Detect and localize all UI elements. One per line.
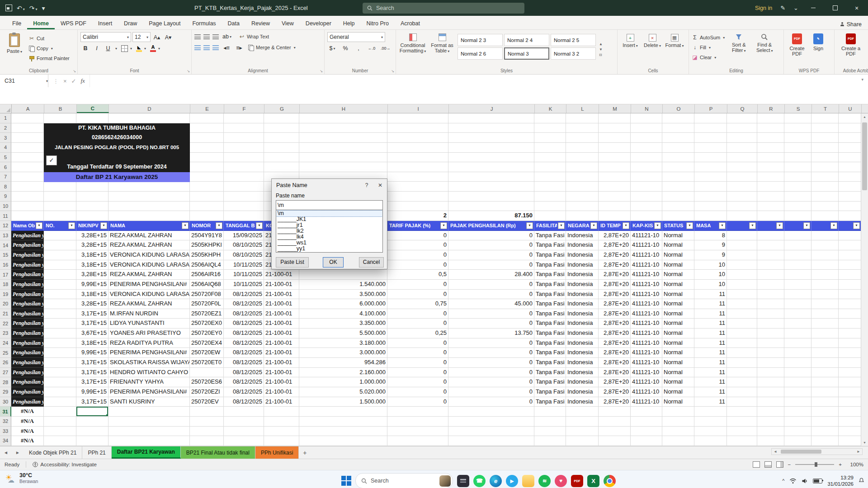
align-middle-icon[interactable] xyxy=(203,34,210,39)
cell-R23[interactable] xyxy=(757,328,784,338)
cell-M15[interactable]: 2,87E+20 xyxy=(599,250,631,260)
tab-help[interactable]: Help xyxy=(337,18,361,29)
cell-J27[interactable]: 0 xyxy=(448,368,534,378)
cell-J33[interactable] xyxy=(448,427,534,436)
tab-formulas[interactable]: Formulas xyxy=(186,18,222,29)
cell-Q33[interactable] xyxy=(727,427,757,436)
whatsapp-icon[interactable]: ☎ xyxy=(473,475,486,487)
cell-I6[interactable] xyxy=(387,162,448,172)
column-header-Q[interactable]: Q xyxy=(727,104,758,113)
cell-J34[interactable] xyxy=(448,436,534,446)
cell-A33[interactable]: #N/A xyxy=(11,427,44,436)
number-dialog-launcher[interactable]: ↘ xyxy=(391,69,394,73)
cell-R24[interactable] xyxy=(757,338,784,348)
cell-T25[interactable] xyxy=(811,348,839,358)
cell-F27[interactable]: 08/12/2025 xyxy=(224,368,264,378)
cell-U20[interactable] xyxy=(839,299,861,309)
select-all-corner[interactable] xyxy=(0,104,12,113)
cell-Q23[interactable] xyxy=(727,328,757,338)
cell-M10[interactable] xyxy=(599,202,631,211)
cell-O29[interactable]: Normal xyxy=(662,387,694,397)
cell-L13[interactable]: Indonesia xyxy=(566,231,599,241)
cell-J1[interactable] xyxy=(448,113,534,123)
cell-D15[interactable]: VERONICA KIDUNG LARASA xyxy=(108,250,190,260)
cell-B13[interactable] xyxy=(44,231,76,241)
cell-S15[interactable] xyxy=(784,250,811,260)
cell-A13[interactable]: Penghasilan yang diter xyxy=(11,231,44,241)
cell-O17[interactable]: Normal xyxy=(662,270,694,280)
cell-D31[interactable] xyxy=(108,407,190,417)
cell-B24[interactable] xyxy=(44,338,76,348)
cell-P31[interactable] xyxy=(694,407,727,417)
row-header-16[interactable]: 16 xyxy=(0,260,11,270)
cell-F17[interactable]: 10/11/2025 xyxy=(224,270,264,280)
cell-P17[interactable]: 10 xyxy=(694,270,727,280)
column-header-J[interactable]: J xyxy=(449,104,535,113)
cell-K11[interactable] xyxy=(534,211,566,221)
cell-K28[interactable]: Tanpa Fasi xyxy=(534,377,566,387)
cell-J16[interactable]: 0 xyxy=(448,260,534,270)
fill-color-icon[interactable]: ◣ xyxy=(136,45,142,52)
filter-dropdown-icon[interactable]: ▼ xyxy=(830,222,837,229)
expand-formula-bar-icon[interactable]: ▾ xyxy=(861,75,868,104)
cell-O25[interactable]: Normal xyxy=(662,348,694,358)
paste-name-input[interactable]: \m xyxy=(276,200,383,210)
cell-P8[interactable] xyxy=(694,182,727,192)
column-header-E[interactable]: E xyxy=(190,104,224,113)
cell-N21[interactable]: 411121-10 xyxy=(631,309,662,319)
font-color-icon[interactable]: A xyxy=(150,45,156,52)
cell-N31[interactable] xyxy=(631,407,662,417)
cell-P5[interactable] xyxy=(694,153,727,163)
clock[interactable]: 13:29 31/01/2026 xyxy=(827,474,854,487)
cell-O8[interactable] xyxy=(662,182,694,192)
cell-A19[interactable]: Penghasilan yang diter xyxy=(11,290,44,300)
cell-O7[interactable] xyxy=(662,172,694,182)
cell-I3[interactable] xyxy=(387,133,448,143)
cell-U3[interactable] xyxy=(839,133,861,143)
cell-B31[interactable] xyxy=(44,407,76,417)
cell-N26[interactable]: 411121-10 xyxy=(631,358,662,368)
cell-T23[interactable] xyxy=(811,328,839,338)
cell-U21[interactable] xyxy=(839,309,861,319)
cell-R13[interactable] xyxy=(757,231,784,241)
cell-M14[interactable]: 2,87E+20 xyxy=(599,240,631,250)
hscroll-left-icon[interactable]: ◄ xyxy=(772,450,779,454)
cell-G23[interactable]: 21-100-01 xyxy=(264,328,299,338)
cell-S11[interactable] xyxy=(784,211,811,221)
column-header-R[interactable]: R xyxy=(758,104,785,113)
cell-A12[interactable]: Nama Ob▼ xyxy=(11,221,44,231)
cell-C22[interactable]: 3,17E+15 xyxy=(76,319,108,328)
cell-S8[interactable] xyxy=(784,182,811,192)
cell-C34[interactable] xyxy=(76,436,108,446)
cell-L23[interactable]: Indonesia xyxy=(566,328,599,338)
filter-dropdown-icon[interactable]: ▼ xyxy=(719,222,726,229)
cell-Q9[interactable] xyxy=(727,192,757,202)
cell-L29[interactable]: Indonesia xyxy=(566,387,599,397)
cell-S13[interactable] xyxy=(784,231,811,241)
cell-P9[interactable] xyxy=(694,192,727,202)
cell-K34[interactable] xyxy=(534,436,566,446)
cell-C19[interactable]: 3,18E+15 xyxy=(76,290,108,300)
filter-dropdown-icon[interactable]: ▼ xyxy=(776,222,783,229)
cell-B17[interactable] xyxy=(44,270,76,280)
column-header-T[interactable]: T xyxy=(812,104,839,113)
cell-C25[interactable]: 9,99E+15 xyxy=(76,348,108,358)
cell-G26[interactable]: 21-100-01 xyxy=(264,358,299,368)
cell-E24[interactable]: 250720EX4 xyxy=(190,338,224,348)
cell-F16[interactable]: 10/11/2025 xyxy=(224,260,264,270)
cell-I20[interactable]: 0,75 xyxy=(387,299,448,309)
cell-M31[interactable] xyxy=(599,407,631,417)
cell-M6[interactable] xyxy=(599,162,631,172)
cell-F21[interactable]: 08/12/2025 xyxy=(224,309,264,319)
cell-A2[interactable] xyxy=(11,123,44,133)
cell-E30[interactable]: 250720EV xyxy=(190,397,224,407)
cell-E28[interactable]: 250720ES6 xyxy=(190,377,224,387)
cell-L15[interactable]: Indonesia xyxy=(566,250,599,260)
cell-C29[interactable]: 9,99E+15 xyxy=(76,387,108,397)
cell-G19[interactable]: 21-100-01 xyxy=(264,290,299,300)
cell-K18[interactable]: Tanpa Fasi xyxy=(534,280,566,290)
cell-I13[interactable]: 0 xyxy=(387,231,448,241)
column-header-N[interactable]: N xyxy=(631,104,663,113)
cell-H20[interactable]: 6.000.000 xyxy=(299,299,387,309)
cell-T28[interactable] xyxy=(811,377,839,387)
